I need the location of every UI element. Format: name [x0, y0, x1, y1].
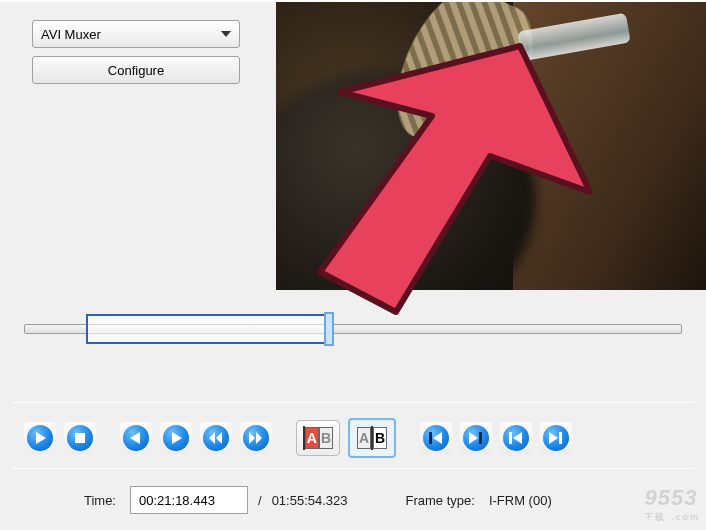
svg-marker-15: [549, 432, 558, 444]
next-frame-button[interactable]: [160, 422, 192, 454]
fast-forward-button[interactable]: [240, 422, 272, 454]
stop-button[interactable]: [64, 422, 96, 454]
watermark: 9553 下载 .com: [644, 485, 700, 524]
rewind-button[interactable]: [200, 422, 232, 454]
timeline-selection[interactable]: [86, 314, 326, 344]
svg-marker-14: [513, 432, 522, 444]
svg-rect-9: [429, 432, 432, 444]
separator: [12, 402, 694, 403]
play-button[interactable]: [24, 422, 56, 454]
timeline[interactable]: [24, 310, 682, 376]
watermark-sub: 下载 .com: [644, 511, 700, 524]
transport-bar: AB AB: [24, 418, 572, 458]
configure-label: Configure: [108, 63, 164, 78]
time-field[interactable]: 00:21:18.443: [130, 486, 248, 514]
svg-marker-8: [256, 432, 262, 444]
output-format-value: AVI Muxer: [41, 27, 101, 42]
svg-marker-6: [216, 432, 222, 444]
frame-type-label: Frame type:: [400, 493, 481, 508]
svg-marker-5: [209, 432, 215, 444]
svg-marker-3: [130, 432, 140, 444]
svg-marker-11: [469, 432, 478, 444]
time-label: Time:: [12, 493, 122, 508]
svg-rect-12: [479, 432, 482, 444]
configure-button[interactable]: Configure: [32, 56, 240, 84]
time-value: 00:21:18.443: [139, 493, 215, 508]
total-prefix: /: [256, 493, 264, 508]
svg-rect-2: [75, 433, 85, 443]
video-preview: [276, 2, 706, 290]
prev-black-frame-button[interactable]: [500, 422, 532, 454]
status-bar: Time: 00:21:18.443 / 01:55:54.323 Frame …: [12, 474, 694, 520]
total-duration: 01:55:54.323: [272, 493, 354, 508]
set-marker-a-button[interactable]: AB: [296, 420, 340, 456]
svg-rect-16: [559, 432, 562, 444]
separator: [12, 468, 694, 469]
watermark-text: 9553: [644, 485, 697, 510]
chevron-down-icon: [221, 31, 231, 37]
svg-marker-10: [433, 432, 442, 444]
set-marker-b-button[interactable]: AB: [348, 418, 396, 458]
next-keyframe-button[interactable]: [460, 422, 492, 454]
svg-marker-7: [249, 432, 255, 444]
prev-keyframe-button[interactable]: [420, 422, 452, 454]
output-format-dropdown[interactable]: AVI Muxer: [32, 20, 240, 48]
svg-marker-4: [172, 432, 182, 444]
next-black-frame-button[interactable]: [540, 422, 572, 454]
timeline-playhead[interactable]: [324, 312, 334, 346]
prev-frame-button[interactable]: [120, 422, 152, 454]
frame-type-value: I-FRM (00): [489, 493, 558, 508]
svg-marker-1: [36, 432, 46, 444]
svg-rect-13: [509, 432, 512, 444]
